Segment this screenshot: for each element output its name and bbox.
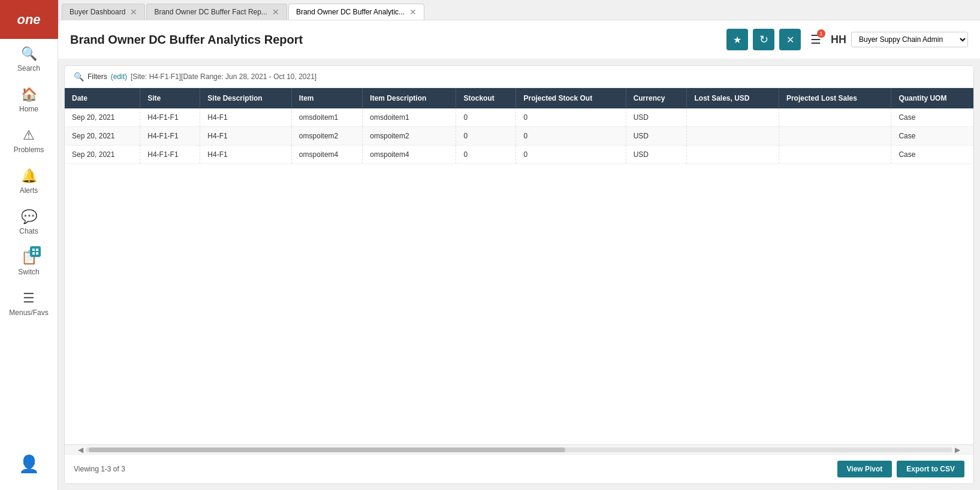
logo-text: one [17, 12, 40, 28]
search-icon: 🔍 [21, 46, 37, 62]
alerts-icon: 🔔 [21, 168, 37, 184]
footer-buttons: View Pivot Export to CSV [837, 461, 964, 477]
cell-site_desc: H4-F1 [200, 127, 292, 146]
cell-lost_sales [687, 108, 779, 127]
sidebar-item-search[interactable]: 🔍 Search [0, 39, 58, 80]
cell-item_desc: omspoitem4 [363, 146, 456, 164]
svg-rect-3 [36, 252, 38, 255]
table-body: Sep 20, 2021H4-F1-F1H4-F1omsdoitem1omsdo… [65, 108, 973, 164]
sidebar-bottom: 👤 [19, 447, 40, 490]
sidebar-label-menus: Menus/Favs [9, 308, 48, 317]
cell-site: H4-F1-F1 [140, 108, 200, 127]
sidebar-item-alerts[interactable]: 🔔 Alerts [0, 161, 58, 202]
svg-rect-2 [32, 252, 35, 255]
sidebar-item-menus[interactable]: ☰ Menus/Favs [0, 283, 58, 324]
sidebar-item-home[interactable]: 🏠 Home [0, 80, 58, 120]
col-header-stockout[interactable]: Stockout [456, 88, 516, 108]
cell-site_desc: H4-F1 [200, 146, 292, 164]
table-header-row: Date Site Site Description Item Item Des… [65, 88, 973, 108]
cell-qty_uom: Case [891, 108, 973, 127]
cell-currency: USD [626, 146, 687, 164]
col-header-date[interactable]: Date [65, 88, 140, 108]
refresh-button[interactable]: ↻ [753, 29, 774, 50]
cell-qty_uom: Case [891, 127, 973, 146]
col-header-proj-lost-sales[interactable]: Projected Lost Sales [779, 88, 891, 108]
col-header-site-desc[interactable]: Site Description [200, 88, 292, 108]
tab-close-fact-report[interactable]: ✕ [272, 8, 279, 16]
page-header: Brand Owner DC Buffer Analytics Report ★… [58, 20, 980, 59]
cell-item_desc: omsdoitem1 [363, 108, 456, 127]
cell-stockout: 0 [456, 146, 516, 164]
badge-icon [32, 248, 39, 255]
cell-proj_stock_out: 0 [516, 127, 626, 146]
notification-badge: 1 [817, 29, 825, 38]
sidebar-item-avatar[interactable]: 👤 [19, 447, 40, 481]
col-header-lost-sales[interactable]: Lost Sales, USD [687, 88, 779, 108]
tab-analytics-report[interactable]: Brand Owner DC Buffer Analytic... ✕ [288, 4, 424, 20]
svg-rect-0 [32, 249, 35, 251]
user-role-select[interactable]: Buyer Suppy Chain Admin Admin Manager [851, 32, 968, 47]
col-header-qty-uom[interactable]: Quantity UOM [891, 88, 973, 108]
table-row: Sep 20, 2021H4-F1-F1H4-F1omspoitem4omspo… [65, 146, 973, 164]
sidebar-label-search: Search [17, 64, 40, 72]
sidebar-item-switch[interactable]: 📋 Switch [0, 243, 58, 283]
table-row: Sep 20, 2021H4-F1-F1H4-F1omspoitem2omspo… [65, 127, 973, 146]
data-table-wrapper[interactable]: Date Site Site Description Item Item Des… [65, 88, 973, 444]
close-page-button[interactable]: ✕ [779, 29, 801, 50]
tab-bar: Buyer Dashboard ✕ Brand Owner DC Buffer … [58, 0, 980, 20]
cell-site: H4-F1-F1 [140, 127, 200, 146]
tab-close-analytics-report[interactable]: ✕ [409, 8, 417, 16]
cell-item_desc: omspoitem2 [363, 127, 456, 146]
cell-site_desc: H4-F1 [200, 108, 292, 127]
tab-close-buyer-dashboard[interactable]: ✕ [130, 8, 137, 16]
table-header: Date Site Site Description Item Item Des… [65, 88, 973, 108]
filter-icon: 🔍 [74, 72, 84, 81]
sidebar-item-chats[interactable]: 💬 Chats [0, 202, 58, 243]
data-table: Date Site Site Description Item Item Des… [65, 88, 973, 164]
tab-label-buyer-dashboard: Buyer Dashboard [70, 8, 125, 16]
hamburger-menu[interactable]: ☰ 1 [810, 32, 821, 47]
cell-item: omsdoitem1 [291, 108, 362, 127]
cell-date: Sep 20, 2021 [65, 108, 140, 127]
sidebar-label-alerts: Alerts [20, 186, 38, 195]
tab-buyer-dashboard[interactable]: Buyer Dashboard ✕ [62, 4, 145, 20]
view-pivot-button[interactable]: View Pivot [837, 461, 892, 477]
horizontal-scrollbar[interactable]: ◀ ▶ [65, 444, 973, 454]
tab-fact-report[interactable]: Brand Owner DC Buffer Fact Rep... ✕ [146, 4, 287, 20]
main-area: Buyer Dashboard ✕ Brand Owner DC Buffer … [58, 0, 980, 490]
scroll-right-arrow[interactable]: ▶ [952, 446, 963, 454]
col-header-item[interactable]: Item [291, 88, 362, 108]
cell-proj_stock_out: 0 [516, 108, 626, 127]
cell-proj_lost_sales [779, 108, 891, 127]
scrollbar-thumb[interactable] [89, 447, 565, 452]
cell-lost_sales [687, 127, 779, 146]
scrollbar-track[interactable] [86, 447, 952, 452]
sidebar-label-home: Home [19, 105, 38, 113]
export-csv-button[interactable]: Export to CSV [897, 461, 964, 477]
favorite-button[interactable]: ★ [726, 29, 748, 50]
cell-proj_lost_sales [779, 127, 891, 146]
cell-qty_uom: Case [891, 146, 973, 164]
viewing-count: Viewing 1-3 of 3 [74, 465, 125, 473]
cell-stockout: 0 [456, 127, 516, 146]
filters-bar: 🔍 Filters (edit) [Site: H4·F1·F1][Date R… [65, 66, 973, 88]
content-area: 🔍 Filters (edit) [Site: H4·F1·F1][Date R… [64, 65, 974, 484]
scroll-left-arrow[interactable]: ◀ [76, 446, 86, 454]
filters-edit-link[interactable]: (edit) [111, 72, 127, 81]
col-header-currency[interactable]: Currency [626, 88, 687, 108]
header-actions: ★ ↻ ✕ ☰ 1 HH Buyer Suppy Chain Admin Adm… [726, 29, 968, 50]
svg-rect-1 [36, 249, 38, 251]
col-header-proj-stock-out[interactable]: Projected Stock Out [516, 88, 626, 108]
app-logo[interactable]: one [0, 0, 58, 39]
cell-item: omspoitem2 [291, 127, 362, 146]
table-row: Sep 20, 2021H4-F1-F1H4-F1omsdoitem1omsdo… [65, 108, 973, 127]
tab-label-fact-report: Brand Owner DC Buffer Fact Rep... [154, 8, 267, 16]
col-header-item-desc[interactable]: Item Description [363, 88, 456, 108]
chats-icon: 💬 [21, 209, 37, 225]
cell-date: Sep 20, 2021 [65, 146, 140, 164]
sidebar-label-switch: Switch [18, 268, 39, 276]
cell-date: Sep 20, 2021 [65, 127, 140, 146]
switch-wrapper: 📋 [21, 250, 37, 265]
sidebar-item-problems[interactable]: ⚠ Problems [0, 120, 58, 161]
col-header-site[interactable]: Site [140, 88, 200, 108]
